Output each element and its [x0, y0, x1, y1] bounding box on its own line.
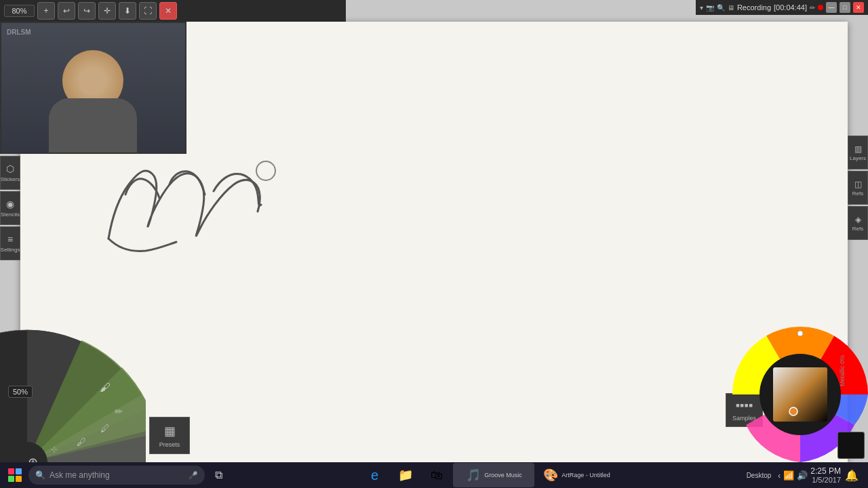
presets-icon: ▦ [164, 424, 176, 439]
stencils-icon: ◉ [6, 199, 14, 209]
taskbar-apps: e 📁 🛍 🎵 Groove Music 🎨 ArtRage - Untitle… [359, 463, 617, 487]
tray-expand-icon[interactable]: ‹ [778, 470, 781, 481]
recording-time: [00:04:44] [774, 3, 807, 12]
system-tray: ‹ 📶 🔊 2:25 PM 1/5/2017 🔔 [772, 466, 865, 484]
search-bar[interactable]: 🔍 Ask me anything 🎤 [28, 466, 205, 485]
recording-bar: ▾ 📷 🔍 🖥 Recording [00:04:44] ✏ — □ ✕ [696, 0, 868, 15]
svg-rect-11 [773, 367, 827, 422]
webcam-overlay: DRLSM [0, 22, 186, 154]
search-bar-icon: 🔍 [35, 470, 45, 480]
notification-button[interactable]: 🔔 [844, 467, 860, 483]
svg-text:🖊: 🖊 [100, 423, 110, 434]
task-view-icon: ⧉ [215, 469, 222, 481]
desktop-label: Desktop [747, 472, 772, 479]
color-picker[interactable]: Metallic 0% [732, 327, 868, 462]
refs-button[interactable]: ◈ Refs [848, 206, 868, 240]
tracing-icon: ◫ [854, 180, 862, 189]
artrage-taskbar-app[interactable]: 🎨 ArtRage - Untitled [536, 463, 617, 487]
desktop-button[interactable]: Desktop [747, 463, 771, 487]
camera-icon: 📷 [706, 4, 714, 12]
edit-icon: ✏ [810, 4, 815, 12]
presets-button[interactable]: ▦ Presets [149, 417, 190, 454]
tool-wheel[interactable]: 🖌 ✏ 🖊 🖋 ⊹ ⊕ 50% [0, 320, 146, 462]
file-explorer-taskbar-app[interactable]: 📁 [391, 463, 420, 487]
edge-taskbar-app[interactable]: e [359, 463, 389, 487]
redo-button[interactable]: ↪ [78, 2, 96, 20]
network-icon[interactable]: 📶 [783, 470, 794, 481]
groove-music-icon: 🎵 [466, 468, 481, 483]
file-explorer-icon: 📁 [398, 468, 413, 483]
refs-label: Refs [852, 226, 863, 232]
svg-text:🖋: 🖋 [77, 436, 86, 447]
maximize-button[interactable]: □ [840, 2, 850, 13]
windows-logo [8, 468, 22, 482]
svg-text:✏: ✏ [115, 406, 123, 417]
refs-icon: ◈ [855, 215, 861, 224]
stickers-icon: ⬡ [6, 163, 14, 174]
settings-icon: ▾ [700, 4, 703, 12]
layers-label: Layers [850, 155, 866, 161]
svg-text:⊕: ⊕ [28, 455, 38, 462]
artrage-icon: 🎨 [543, 468, 558, 483]
time-display[interactable]: 2:25 PM 1/5/2017 [810, 466, 841, 484]
groove-music-label: Groove Music [484, 472, 522, 479]
webcam-overlay-text: DRLSM [7, 28, 31, 36]
monitor-icon: 🖥 [728, 4, 734, 12]
window-close-button[interactable]: ✕ [853, 2, 864, 13]
person-body [49, 98, 137, 152]
store-taskbar-app[interactable]: 🛍 [422, 463, 452, 487]
recording-label: Recording [737, 3, 771, 12]
artrage-label: ArtRage - Untitled [561, 472, 610, 479]
groove-music-taskbar-app[interactable]: 🎵 Groove Music [453, 463, 534, 487]
store-icon: 🛍 [431, 468, 443, 483]
artrage-window: 80% + ↩ ↪ ✛ ⬇ ⛶ ✕ ▾ 📷 🔍 🖥 Recording [00:… [0, 0, 868, 488]
settings-icon: ≡ [7, 234, 13, 245]
svg-text:⊹: ⊹ [51, 445, 58, 454]
svg-text:🖌: 🖌 [100, 382, 111, 393]
zoom-percentage: 50% [8, 386, 33, 398]
clock-time: 2:25 PM [810, 466, 841, 476]
record-dot [818, 5, 823, 10]
task-view-button[interactable]: ⧉ [206, 463, 231, 487]
taskbar: 🔍 Ask me anything 🎤 ⧉ e 📁 🛍 🎵 [0, 462, 868, 488]
center-button[interactable]: ✛ [98, 2, 116, 20]
search-icon: 🔍 [717, 4, 725, 12]
microphone-icon: 🎤 [189, 471, 198, 480]
fullscreen-button[interactable]: ⛶ [139, 2, 157, 20]
top-toolbar: 80% + ↩ ↪ ✛ ⬇ ⛶ ✕ [0, 0, 346, 22]
volume-icon[interactable]: 🔊 [797, 470, 808, 481]
right-panel: ▥ Layers ◫ Refs ◈ Refs [848, 136, 868, 240]
tracing-label: Refs [852, 190, 863, 197]
stencils-button[interactable]: ◉ Stencils [0, 191, 20, 225]
clock-date: 1/5/2017 [810, 476, 841, 484]
left-panel: ⬡ Stickers ◉ Stencils ≡ Settings [0, 156, 20, 262]
svg-point-13 [797, 331, 803, 336]
edge-icon: e [371, 468, 378, 483]
svg-point-12 [789, 407, 797, 415]
presets-label: Presets [159, 441, 180, 448]
metallic-label: Metallic 0% [839, 355, 846, 386]
layers-button[interactable]: ▥ Layers [848, 136, 868, 169]
layers-icon: ▥ [854, 144, 862, 154]
search-placeholder: Ask me anything [50, 470, 110, 480]
minimize-button[interactable]: — [826, 2, 837, 13]
stickers-label: Stickers [1, 176, 20, 182]
close-canvas-button[interactable]: ✕ [159, 2, 177, 20]
black-swatch[interactable] [837, 432, 865, 459]
stickers-button[interactable]: ⬡ Stickers [0, 156, 20, 190]
zoom-display[interactable]: 80% [4, 5, 35, 17]
undo-button[interactable]: ↩ [58, 2, 75, 20]
tracing-button[interactable]: ◫ Refs [848, 171, 868, 205]
stencils-label: Stencils [1, 211, 20, 218]
zoom-in-button[interactable]: + [37, 2, 55, 20]
settings-label: Settings [1, 247, 20, 253]
notification-icon: 🔔 [845, 469, 859, 482]
download-button[interactable]: ⬇ [119, 2, 136, 20]
settings-button[interactable]: ≡ Settings [0, 226, 20, 260]
start-button[interactable] [3, 463, 27, 487]
